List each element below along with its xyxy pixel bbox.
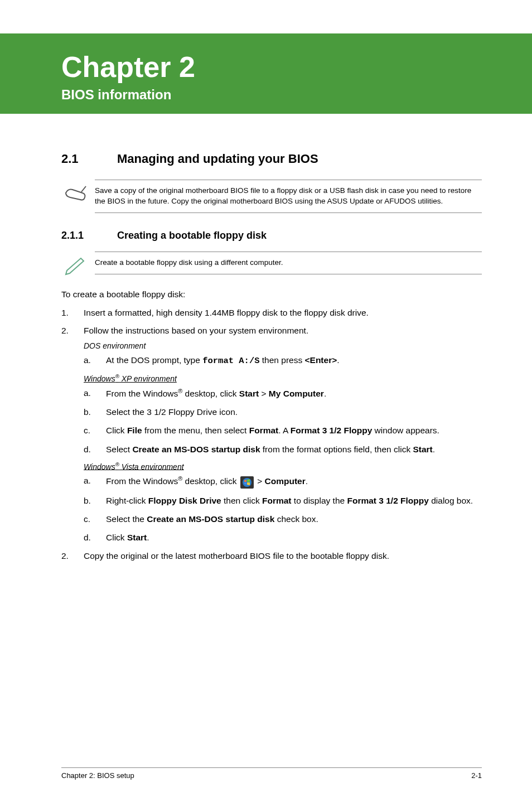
xp-a-body: From the Windows® desktop, click Start >…	[106, 386, 482, 400]
step-1: 1. Insert a formatted, high density 1.44…	[61, 306, 482, 319]
pencil-icon	[61, 252, 95, 278]
save-note: Save a copy of the original motherboard …	[61, 180, 482, 213]
step-2b: 2. Copy the original or the latest mothe…	[61, 549, 482, 562]
chapter-title: Chapter 2	[61, 50, 510, 84]
pencil-note: Create a bootable floppy disk using a di…	[61, 252, 482, 278]
vista-a-body: From the Windows® desktop, click > Compu…	[106, 474, 482, 488]
chapter-subtitle: BIOS information	[61, 87, 510, 103]
dos-a-body: At the DOS prompt, type format A:/S then…	[106, 354, 482, 368]
subsection-heading: 2.1.1 Creating a bootable floppy disk	[61, 230, 482, 241]
windows-start-icon	[240, 476, 254, 489]
xp-b-letter: b.	[84, 405, 106, 418]
step-2b-text: Copy the original or the latest motherbo…	[84, 549, 482, 562]
subsection-title: Creating a bootable floppy disk	[117, 230, 267, 241]
pencil-note-text: Create a bootable floppy disk using a di…	[95, 252, 482, 274]
vista-d-letter: d.	[84, 531, 106, 544]
xp-d-letter: d.	[84, 443, 106, 456]
step-2: 2. Follow the instructions based on your…	[61, 324, 482, 337]
vista-b-body: Right-click Floppy Disk Drive then click…	[106, 494, 482, 507]
xp-step-d: d. Select Create an MS-DOS startup disk …	[84, 443, 482, 456]
section-title: Managing and updating your BIOS	[117, 152, 318, 166]
section-number: 2.1	[61, 152, 117, 166]
vista-step-a: a. From the Windows® desktop, click > Co…	[84, 474, 482, 488]
xp-d-body: Select Create an MS-DOS startup disk fro…	[106, 443, 482, 456]
dos-env-header: DOS environment	[84, 341, 482, 350]
footer-left: Chapter 2: BIOS setup	[61, 771, 134, 780]
vista-c-letter: c.	[84, 513, 106, 525]
xp-a-letter: a.	[84, 386, 106, 400]
vista-step-b: b. Right-click Floppy Disk Drive then cl…	[84, 494, 482, 507]
vista-b-letter: b.	[84, 494, 106, 507]
hand-icon	[61, 180, 95, 206]
vista-step-d: d. Click Start.	[84, 531, 482, 544]
vista-a-letter: a.	[84, 474, 106, 488]
vista-c-body: Select the Create an MS-DOS startup disk…	[106, 513, 482, 525]
step-2-text: Follow the instructions based on your sy…	[84, 324, 482, 337]
xp-step-a: a. From the Windows® desktop, click Star…	[84, 386, 482, 400]
vista-d-body: Click Start.	[106, 531, 482, 544]
step-2-num: 2.	[61, 324, 84, 337]
section-heading: 2.1 Managing and updating your BIOS	[61, 152, 482, 166]
xp-b-body: Select the 3 1/2 Floppy Drive icon.	[106, 405, 482, 418]
subsection-number: 2.1.1	[61, 230, 117, 241]
footer-right: 2-1	[471, 771, 482, 780]
dos-step-a: a. At the DOS prompt, type format A:/S t…	[84, 354, 482, 368]
save-note-text: Save a copy of the original motherboard …	[95, 180, 482, 213]
intro-text: To create a bootable floppy disk:	[61, 288, 482, 301]
chapter-banner: Chapter 2 BIOS information	[0, 33, 532, 114]
xp-step-c: c. Click File from the menu, then select…	[84, 424, 482, 437]
page-footer: Chapter 2: BIOS setup 2-1	[61, 767, 482, 780]
xp-c-letter: c.	[84, 424, 106, 437]
vista-env-header: Windows® Vista environment	[84, 461, 482, 471]
xp-step-b: b. Select the 3 1/2 Floppy Drive icon.	[84, 405, 482, 418]
step-2b-num: 2.	[61, 549, 84, 562]
dos-command: format A:/S	[202, 356, 259, 366]
step-1-num: 1.	[61, 306, 84, 319]
page-content: 2.1 Managing and updating your BIOS Save…	[0, 114, 532, 563]
step-1-text: Insert a formatted, high density 1.44MB …	[84, 306, 482, 319]
dos-a-letter: a.	[84, 354, 106, 368]
vista-step-c: c. Select the Create an MS-DOS startup d…	[84, 513, 482, 525]
xp-c-body: Click File from the menu, then select Fo…	[106, 424, 482, 437]
xp-env-header: Windows® XP environment	[84, 373, 482, 383]
enter-key: <Enter>	[305, 355, 337, 365]
